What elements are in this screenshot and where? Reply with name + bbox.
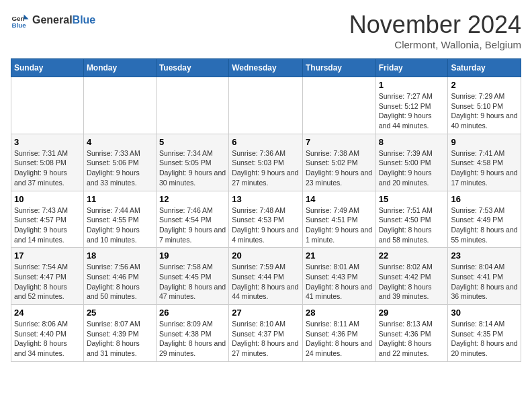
logo-icon: Gen Blue [11,11,30,30]
day-number: 23 [451,250,518,261]
day-number: 13 [232,194,300,204]
day-info: Sunrise: 8:06 AM Sunset: 4:40 PM Dayligh… [14,319,81,359]
week-row-1: 1Sunrise: 7:27 AM Sunset: 5:12 PM Daylig… [11,77,521,134]
page-header: Gen Blue GeneralBlue November 2024 Clerm… [11,11,521,50]
calendar-cell: 17Sunrise: 7:54 AM Sunset: 4:47 PM Dayli… [11,248,84,305]
calendar-cell: 11Sunrise: 7:44 AM Sunset: 4:55 PM Dayli… [83,191,156,248]
day-number: 6 [232,137,300,147]
day-info: Sunrise: 8:09 AM Sunset: 4:38 PM Dayligh… [159,319,226,359]
day-info: Sunrise: 7:49 AM Sunset: 4:51 PM Dayligh… [306,205,373,245]
day-number: 29 [379,308,445,318]
day-number: 8 [379,137,445,147]
day-info: Sunrise: 7:38 AM Sunset: 5:02 PM Dayligh… [306,148,373,188]
day-number: 22 [379,250,445,261]
calendar-cell: 5Sunrise: 7:34 AM Sunset: 5:05 PM Daylig… [156,134,228,191]
day-info: Sunrise: 8:10 AM Sunset: 4:37 PM Dayligh… [232,319,300,359]
calendar-cell: 7Sunrise: 7:38 AM Sunset: 5:02 PM Daylig… [302,134,375,191]
day-info: Sunrise: 7:39 AM Sunset: 5:00 PM Dayligh… [379,148,445,188]
calendar-cell: 12Sunrise: 7:46 AM Sunset: 4:54 PM Dayli… [156,191,228,248]
day-info: Sunrise: 7:48 AM Sunset: 4:53 PM Dayligh… [232,205,300,245]
header-row: SundayMondayTuesdayWednesdayThursdayFrid… [11,59,521,77]
calendar-cell: 27Sunrise: 8:10 AM Sunset: 4:37 PM Dayli… [229,305,303,362]
calendar-cell: 24Sunrise: 8:06 AM Sunset: 4:40 PM Dayli… [11,305,84,362]
day-number: 16 [451,194,518,204]
month-title: November 2024 [349,11,521,39]
calendar-cell: 4Sunrise: 7:33 AM Sunset: 5:06 PM Daylig… [83,134,156,191]
logo-general: General [32,14,73,26]
calendar-header: SundayMondayTuesdayWednesdayThursdayFrid… [11,59,521,77]
day-number: 5 [159,137,226,147]
day-info: Sunrise: 7:44 AM Sunset: 4:55 PM Dayligh… [87,205,153,245]
week-row-2: 3Sunrise: 7:31 AM Sunset: 5:08 PM Daylig… [11,134,521,191]
calendar-cell: 15Sunrise: 7:51 AM Sunset: 4:50 PM Dayli… [375,191,448,248]
calendar-cell: 6Sunrise: 7:36 AM Sunset: 5:03 PM Daylig… [229,134,303,191]
day-info: Sunrise: 7:56 AM Sunset: 4:46 PM Dayligh… [87,262,153,302]
day-info: Sunrise: 8:01 AM Sunset: 4:43 PM Dayligh… [306,262,373,302]
calendar-cell: 10Sunrise: 7:43 AM Sunset: 4:57 PM Dayli… [11,191,84,248]
calendar-cell: 22Sunrise: 8:02 AM Sunset: 4:42 PM Dayli… [375,248,448,305]
day-info: Sunrise: 7:31 AM Sunset: 5:08 PM Dayligh… [14,148,81,188]
calendar-cell: 2Sunrise: 7:29 AM Sunset: 5:10 PM Daylig… [448,77,521,134]
day-info: Sunrise: 7:29 AM Sunset: 5:10 PM Dayligh… [451,91,518,131]
calendar-cell [302,77,375,134]
day-number: 30 [451,308,518,318]
day-number: 14 [306,194,373,204]
calendar-cell: 19Sunrise: 7:58 AM Sunset: 4:45 PM Dayli… [156,248,228,305]
day-number: 15 [379,194,445,204]
day-info: Sunrise: 7:51 AM Sunset: 4:50 PM Dayligh… [379,205,445,245]
day-number: 10 [14,194,81,204]
calendar-cell: 9Sunrise: 7:41 AM Sunset: 4:58 PM Daylig… [448,134,521,191]
calendar-cell: 8Sunrise: 7:39 AM Sunset: 5:00 PM Daylig… [375,134,448,191]
calendar-body: 1Sunrise: 7:27 AM Sunset: 5:12 PM Daylig… [11,77,521,362]
calendar-cell: 23Sunrise: 8:04 AM Sunset: 4:41 PM Dayli… [448,248,521,305]
day-info: Sunrise: 7:43 AM Sunset: 4:57 PM Dayligh… [14,205,81,245]
day-number: 1 [379,80,445,90]
calendar-table: SundayMondayTuesdayWednesdayThursdayFrid… [11,58,521,362]
calendar-cell: 1Sunrise: 7:27 AM Sunset: 5:12 PM Daylig… [375,77,448,134]
calendar-cell: 29Sunrise: 8:13 AM Sunset: 4:36 PM Dayli… [375,305,448,362]
location: Clermont, Wallonia, Belgium [349,39,521,50]
logo: Gen Blue GeneralBlue [11,11,95,30]
day-info: Sunrise: 7:41 AM Sunset: 4:58 PM Dayligh… [451,148,518,188]
calendar-cell [83,77,156,134]
day-info: Sunrise: 7:46 AM Sunset: 4:54 PM Dayligh… [159,205,226,245]
day-number: 21 [306,250,373,261]
calendar-cell: 21Sunrise: 8:01 AM Sunset: 4:43 PM Dayli… [302,248,375,305]
day-info: Sunrise: 8:14 AM Sunset: 4:35 PM Dayligh… [451,319,518,359]
week-row-5: 24Sunrise: 8:06 AM Sunset: 4:40 PM Dayli… [11,305,521,362]
day-number: 20 [232,250,300,261]
day-info: Sunrise: 7:58 AM Sunset: 4:45 PM Dayligh… [159,262,226,302]
day-number: 12 [159,194,226,204]
day-info: Sunrise: 7:54 AM Sunset: 4:47 PM Dayligh… [14,262,81,302]
day-info: Sunrise: 7:36 AM Sunset: 5:03 PM Dayligh… [232,148,300,188]
day-number: 17 [14,250,81,261]
day-info: Sunrise: 8:07 AM Sunset: 4:39 PM Dayligh… [87,319,153,359]
calendar-cell: 18Sunrise: 7:56 AM Sunset: 4:46 PM Dayli… [83,248,156,305]
day-of-week-saturday: Saturday [448,59,521,77]
day-of-week-thursday: Thursday [302,59,375,77]
day-number: 27 [232,308,300,318]
day-number: 24 [14,308,81,318]
day-info: Sunrise: 8:02 AM Sunset: 4:42 PM Dayligh… [379,262,445,302]
calendar-cell: 26Sunrise: 8:09 AM Sunset: 4:38 PM Dayli… [156,305,228,362]
day-of-week-friday: Friday [375,59,448,77]
calendar-cell: 13Sunrise: 7:48 AM Sunset: 4:53 PM Dayli… [229,191,303,248]
day-number: 18 [87,250,153,261]
day-info: Sunrise: 8:04 AM Sunset: 4:41 PM Dayligh… [451,262,518,302]
day-info: Sunrise: 8:11 AM Sunset: 4:36 PM Dayligh… [306,319,373,359]
day-number: 2 [451,80,518,90]
calendar-cell: 3Sunrise: 7:31 AM Sunset: 5:08 PM Daylig… [11,134,84,191]
day-info: Sunrise: 7:27 AM Sunset: 5:12 PM Dayligh… [379,91,445,131]
week-row-4: 17Sunrise: 7:54 AM Sunset: 4:47 PM Dayli… [11,248,521,305]
day-info: Sunrise: 7:34 AM Sunset: 5:05 PM Dayligh… [159,148,226,188]
day-number: 7 [306,137,373,147]
title-block: November 2024 Clermont, Wallonia, Belgiu… [349,11,521,50]
calendar-cell [229,77,303,134]
day-number: 9 [451,137,518,147]
day-number: 25 [87,308,153,318]
day-info: Sunrise: 7:53 AM Sunset: 4:49 PM Dayligh… [451,205,518,245]
day-of-week-tuesday: Tuesday [156,59,228,77]
calendar-cell: 30Sunrise: 8:14 AM Sunset: 4:35 PM Dayli… [448,305,521,362]
week-row-3: 10Sunrise: 7:43 AM Sunset: 4:57 PM Dayli… [11,191,521,248]
day-number: 26 [159,308,226,318]
